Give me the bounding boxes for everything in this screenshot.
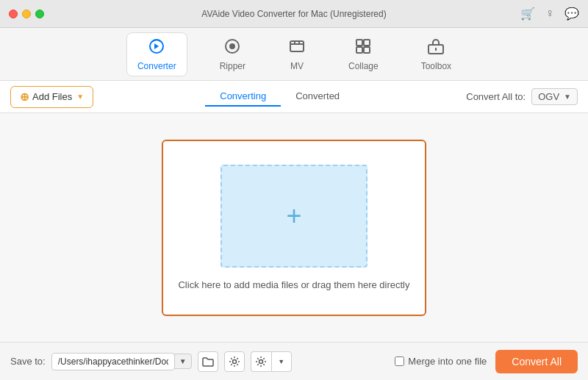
minimize-button[interactable] [22, 10, 31, 18]
toolbox-label: Toolbox [421, 61, 451, 71]
footer-icon-buttons: ▼ [198, 351, 292, 372]
chat-icon[interactable]: 💬 [564, 7, 579, 21]
title-bar: AVAide Video Converter for Mac (Unregist… [0, 0, 588, 28]
ripper-icon [223, 37, 241, 58]
merge-checkbox-input[interactable] [395, 356, 404, 366]
selected-format: OGV [538, 91, 559, 102]
drop-zone-inner[interactable]: + [220, 165, 368, 268]
toolbox-icon [427, 37, 445, 58]
mv-label: MV [290, 61, 304, 71]
add-files-dropdown-arrow: ▼ [76, 93, 84, 101]
svg-rect-4 [356, 40, 362, 46]
add-files-label: Add Files [32, 91, 72, 102]
format-dropdown-arrow: ▼ [564, 93, 571, 101]
footer: Save to: ▼ ▼ [0, 342, 588, 380]
gear-icon-button[interactable] [251, 351, 271, 372]
convert-all-to-label: Convert All to: [466, 91, 526, 102]
svg-rect-7 [364, 47, 370, 53]
save-path-row: ▼ [51, 353, 192, 370]
nav-item-mv[interactable]: MV [278, 33, 316, 76]
svg-rect-3 [290, 41, 304, 51]
tab-converted[interactable]: Converted [281, 87, 354, 107]
close-button[interactable] [9, 10, 18, 18]
nav-item-toolbox[interactable]: Toolbox [411, 33, 462, 76]
nav-item-ripper[interactable]: Ripper [209, 33, 256, 76]
main-content: + Click here to add media files or drag … [0, 113, 588, 342]
save-path-input[interactable] [51, 353, 175, 370]
mv-icon [288, 37, 306, 58]
toolbar-right: Convert All to: OGV ▼ [466, 88, 578, 105]
svg-point-10 [232, 359, 236, 363]
gear-dropdown-button[interactable]: ▼ [271, 351, 292, 372]
merge-checkbox-label[interactable]: Merge into one file [395, 356, 487, 367]
tabs-container: Converting Converted [93, 87, 466, 107]
folder-icon-button[interactable] [198, 351, 218, 372]
title-bar-actions: 🛒 ♀ 💬 [520, 7, 579, 21]
merge-label-text: Merge into one file [408, 356, 487, 367]
nav-item-collage[interactable]: Collage [338, 33, 389, 76]
svg-point-2 [230, 44, 234, 49]
format-select[interactable]: OGV ▼ [531, 88, 578, 105]
maximize-button[interactable] [35, 10, 44, 18]
toolbar: ⊕ Add Files ▼ Converting Converted Conve… [0, 81, 588, 113]
collage-icon [354, 37, 372, 58]
plus-icon: ⊕ [20, 90, 29, 104]
drop-zone-outer[interactable]: + Click here to add media files or drag … [162, 140, 426, 316]
svg-rect-5 [364, 40, 370, 46]
convert-all-button[interactable]: Convert All [495, 350, 578, 373]
drop-zone-plus-icon: + [286, 201, 301, 232]
cart-icon[interactable]: 🛒 [520, 7, 535, 21]
app-title: AVAide Video Converter for Mac (Unregist… [201, 9, 386, 19]
drop-zone-text: Click here to add media files or drag th… [178, 279, 409, 290]
settings-icon-button[interactable] [224, 351, 245, 372]
ripper-label: Ripper [220, 61, 245, 71]
save-path-dropdown-button[interactable]: ▼ [174, 354, 192, 369]
user-icon[interactable]: ♀ [545, 7, 554, 21]
converter-label: Converter [137, 61, 176, 71]
add-files-button[interactable]: ⊕ Add Files ▼ [10, 86, 93, 108]
nav-bar: Converter Ripper MV [0, 28, 588, 81]
save-to-label: Save to: [10, 356, 46, 367]
svg-point-11 [259, 359, 263, 363]
tab-converting[interactable]: Converting [205, 87, 281, 107]
collage-label: Collage [348, 61, 379, 71]
settings-with-dropdown: ▼ [251, 351, 292, 372]
traffic-lights [9, 10, 44, 18]
footer-right: Merge into one file Convert All [395, 350, 578, 373]
converter-icon [148, 37, 165, 58]
nav-item-converter[interactable]: Converter [126, 32, 187, 76]
svg-rect-6 [356, 47, 362, 53]
